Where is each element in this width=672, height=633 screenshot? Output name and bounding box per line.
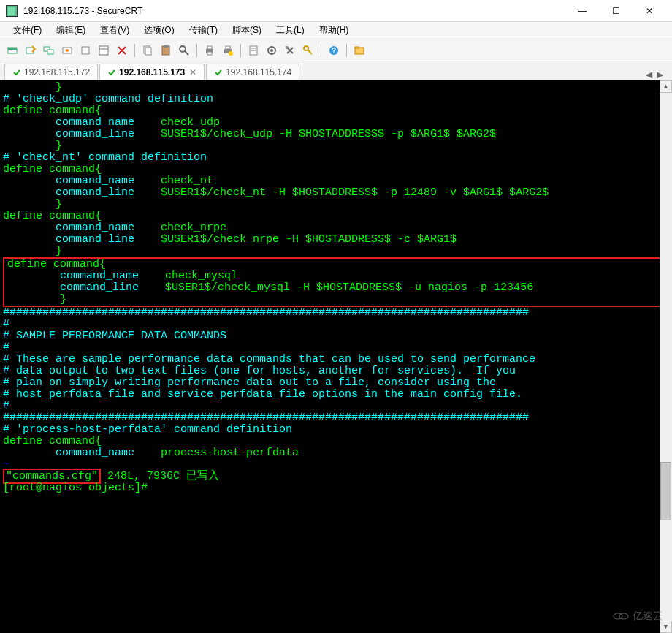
menu-help[interactable]: 帮助(H) [312,21,356,39]
menu-script[interactable]: 脚本(S) [225,21,269,39]
terminal-line: "commands.cfg" 248L, 7936C 已写入 [0,471,672,482]
terminal-line: # [0,342,672,354]
terminal-line: ########################################… [0,412,672,424]
terminal-line: ~ [0,459,672,471]
tab-nav-right[interactable]: ▶ [657,69,663,80]
reconnect-icon[interactable] [41,42,57,58]
scroll-track[interactable] [660,93,672,621]
tab-label: 192.168.115.172 [24,67,90,77]
terminal-line: } [4,294,671,306]
svg-rect-18 [207,52,212,55]
terminal-line: command_line $USER1$/check_nrpe -H $HOST… [0,234,672,246]
toolbar: ? [0,39,672,61]
tab-label: 192.168.115.173 [119,67,185,77]
tab-bar: 192.168.115.172 192.168.115.173 ✕ 192.16… [0,61,672,80]
terminal-line: command_name process-host-perfdata [0,447,672,459]
terminal-line: define command{ [4,259,671,270]
print-icon[interactable] [202,42,218,58]
terminal-line: # host_perfdata_file and service_perfdat… [0,389,672,401]
menu-options[interactable]: 选项(O) [137,21,181,39]
tools-icon[interactable] [282,42,298,58]
menu-bar: 文件(F) 编辑(E) 查看(V) 选项(O) 传输(T) 脚本(S) 工具(L… [0,22,672,39]
connected-icon [12,68,21,77]
terminal-line: command_line $USER1$/check_nt -H $HOSTAD… [0,187,672,199]
svg-rect-7 [82,47,89,54]
tab-close-button[interactable]: ✕ [189,67,196,77]
toolbar-separator [134,44,135,57]
toolbar-separator [321,44,321,57]
menu-transfer[interactable]: 传输(T) [182,21,225,39]
close-button[interactable]: ✕ [633,0,666,22]
terminal-line: } [0,246,672,257]
highlighted-box-mysql: define command{ command_name check_mysql… [3,257,672,307]
scroll-thumb[interactable] [660,462,671,520]
terminal-line: command_name check_nt [0,175,672,187]
terminal-line: # [0,319,672,330]
title-bar: 192.168.115.173 - SecureCRT — ☐ ✕ [0,0,672,22]
print-setup-icon[interactable] [220,42,236,58]
help-icon[interactable]: ? [326,42,342,58]
terminal-line: # [0,401,672,412]
menu-view[interactable]: 查看(V) [93,21,137,39]
svg-point-21 [229,51,233,56]
terminal-line: ########################################… [0,307,672,319]
sftp-icon[interactable] [351,42,367,58]
scroll-down-button[interactable]: ▼ [660,621,672,633]
copy-icon[interactable] [140,42,156,58]
svg-text:?: ? [332,47,336,55]
delete-icon[interactable] [114,42,130,58]
disconnect-icon[interactable] [59,42,75,58]
paste-icon[interactable] [158,42,174,58]
terminal[interactable]: } # 'check_udp' command definition defin… [0,80,672,633]
tab-nav-left[interactable]: ◀ [646,69,652,80]
tab-label: 192.168.115.174 [226,67,291,77]
app-icon [6,5,18,17]
quick-connect-icon[interactable] [23,42,39,58]
svg-rect-13 [164,45,168,48]
settings-icon[interactable] [264,42,280,58]
terminal-line: # 'check_nt' command definition [0,152,672,164]
terminal-line: # SAMPLE PERFORMANCE DATA COMMANDS [0,330,672,342]
menu-file[interactable]: 文件(F) [6,21,49,39]
terminal-line: # data output to two text files (one for… [0,365,672,377]
toolbar-separator [240,44,241,57]
menu-edit[interactable]: 编辑(E) [49,21,93,39]
terminal-line: command_name check_nrpe [0,222,672,234]
svg-line-15 [185,51,188,55]
svg-point-14 [180,46,186,52]
tab-host-172[interactable]: 192.168.115.172 [4,64,98,80]
window-title: 192.168.115.173 - SecureCRT [23,6,565,16]
minimize-button[interactable]: — [565,0,599,22]
svg-rect-2 [26,48,34,53]
log-icon[interactable] [245,42,261,58]
terminal-line: define command{ [0,105,672,117]
maximize-button[interactable]: ☐ [599,0,633,22]
terminal-line: define command{ [0,436,672,447]
key-icon[interactable] [300,42,316,58]
window-buttons: — ☐ ✕ [565,0,666,22]
svg-rect-33 [355,47,359,48]
terminal-line: # 'check_udp' command definition [0,94,672,105]
tab-host-173[interactable]: 192.168.115.173 ✕ [99,64,205,80]
find-icon[interactable] [176,42,192,58]
terminal-line: } [0,82,672,94]
scrollbar[interactable]: ▲ ▼ [660,80,672,633]
properties-icon[interactable] [96,42,112,58]
stop-icon[interactable] [77,42,93,58]
connected-icon [107,68,116,77]
terminal-line: # plan on simply writing performance dat… [0,377,672,389]
terminal-line: command_name check_udp [0,117,672,129]
svg-rect-1 [8,48,17,50]
terminal-line: define command{ [0,211,672,222]
svg-line-29 [308,50,312,54]
connect-icon[interactable] [4,42,20,58]
scroll-up-button[interactable]: ▲ [660,80,672,93]
tab-host-174[interactable]: 192.168.115.174 [206,64,299,80]
terminal-line: # These are sample performance data comm… [0,354,672,365]
connected-icon [214,68,223,77]
svg-rect-17 [207,46,212,49]
svg-point-26 [270,49,273,52]
terminal-line: } [0,199,672,211]
menu-tools[interactable]: 工具(L) [269,21,312,39]
tab-nav: ◀ ▶ [646,69,668,80]
